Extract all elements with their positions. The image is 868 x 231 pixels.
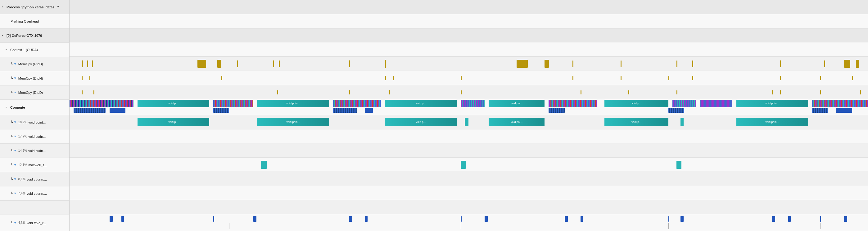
sidebar-row-cudnn8[interactable]: └ ▼ 8,1% void cudnn:... [0, 172, 69, 186]
fft-tick-4 [820, 223, 820, 229]
maxwell-bar-3 [677, 161, 681, 169]
filter-icon-dtod: ▼ [14, 91, 18, 94]
bar-htod-4 [197, 60, 206, 68]
sidebar-row-compute[interactable]: ▪ Compute [0, 100, 69, 115]
collapse-icon-geforce: ▪ [2, 34, 6, 37]
sidebar-row-geforce[interactable]: ▪ [0] GeForce GTX 1070 [0, 29, 69, 43]
htod-label: MemCpy (HtoD) [18, 62, 43, 66]
void14-label: void cudn... [28, 149, 45, 153]
void18-bar-5: void p... [604, 118, 669, 126]
filter-icon-void18: ▼ [14, 120, 18, 124]
tl-cudnn7 [69, 186, 868, 200]
sidebar-row-void14[interactable]: └ ▼ 14,6% void cudn... [0, 144, 69, 158]
bar-htod-4b [217, 60, 221, 68]
bar-dtod-11 [780, 90, 781, 94]
void18-bar-1: void p... [137, 118, 209, 126]
bar-htod-6 [273, 61, 274, 67]
void-poin-bar-1: void poin... [257, 100, 329, 107]
bar-dtoh-12 [820, 76, 821, 80]
cudnn8-label: void cudnn:... [27, 178, 47, 181]
tl-spacer [69, 200, 868, 214]
void17-label: void cudn... [28, 135, 45, 139]
bar-dtod-7 [581, 90, 582, 94]
filter-icon-cudnn7: ▼ [14, 192, 18, 195]
pct-cudnn7: 7,4% [18, 192, 26, 195]
collapse-icon-process: ▪ [2, 5, 6, 9]
tl-context [69, 42, 868, 57]
bar-dtod-4 [349, 90, 350, 94]
fft-bar-2 [121, 216, 124, 222]
fft-bar-3 [213, 216, 214, 222]
arrow-void18: └ [10, 120, 13, 124]
pct-void14: 14,6% [18, 149, 27, 152]
compute-sub-2 [110, 108, 125, 113]
fft-bar-11 [669, 216, 669, 222]
void18-bar-3: void p... [385, 118, 457, 126]
sidebar-row-cudnn7[interactable]: └ ▼ 7,4% void cudnn:... [0, 186, 69, 201]
compute-mixed-2 [213, 100, 253, 107]
fft-bar-15 [820, 216, 821, 222]
bar-htod-13 [677, 61, 677, 67]
bar-dtod-6 [461, 90, 462, 94]
cudnn7-label: void cudnn:... [27, 192, 47, 195]
geforce-label: [0] GeForce GTX 1070 [6, 34, 42, 37]
fft-bar-12 [681, 216, 684, 222]
void-p-bar-1: void p... [137, 100, 209, 107]
sidebar-row-htod[interactable]: └ ▼ MemCpy (HtoD) [0, 57, 69, 71]
tl-void17 [69, 129, 868, 144]
fft-bar-6 [365, 216, 368, 222]
filter-icon-cudnn8: ▼ [14, 178, 18, 181]
bar-htod-8 [349, 61, 350, 67]
sidebar-row-void18[interactable]: └ ▼ 18,2% void point... [0, 115, 69, 129]
fft-bar-13 [772, 216, 775, 222]
context-label: Context 1 (CUDA) [10, 48, 38, 52]
tl-maxwell12 [69, 158, 868, 172]
void-poin-bar-2: void poin... [736, 100, 808, 107]
sidebar-row-dtod[interactable]: └ ▼ MemCpy (DtoD) [0, 85, 69, 100]
sidebar-row-fft4[interactable]: └ ▼ 4,3% void fft2d_r... [0, 215, 69, 231]
void18-teal-2 [681, 118, 684, 126]
bar-dtod-2 [93, 90, 94, 94]
void-p-bar-3: void p... [604, 100, 669, 107]
pct-cudnn8: 8,1% [18, 178, 26, 181]
sidebar-row-profiling[interactable]: Profiling Overhead [0, 14, 69, 29]
compute-mixed-7 [700, 100, 732, 107]
fft-bar-16 [844, 216, 847, 222]
sidebar-row-dtoh[interactable]: └ ▼ MemCpy (DtoH) [0, 71, 69, 85]
fft-tick-3 [669, 223, 669, 229]
bar-htod-17 [856, 60, 859, 68]
void18-bar-4: void poi... [489, 118, 545, 126]
arrow-dtod: └ [10, 91, 13, 94]
tl-fft4 [69, 214, 868, 231]
pct-void18: 18,2% [18, 120, 27, 124]
sidebar-row-maxwell12[interactable]: └ ▼ 12,1% maxwell_s... [0, 158, 69, 172]
bar-dtod-8 [628, 90, 629, 94]
fft4-label: void fft2d_r... [27, 221, 46, 225]
void18-bar-6: void poin... [736, 118, 808, 126]
compute-mixed-5 [549, 100, 596, 107]
fft-bar-10 [581, 216, 583, 222]
sidebar-row-process[interactable]: ▪ Process "python keras_datas..." [0, 0, 69, 14]
pct-fft4: 4,3% [18, 221, 26, 225]
dtod-label: MemCpy (DtoD) [18, 91, 43, 94]
arrow-void17: └ [10, 135, 13, 139]
bar-dtod-13 [860, 90, 861, 94]
bar-dtod-3 [277, 90, 278, 94]
sidebar-row-void17[interactable]: └ ▼ 17,7% void cudn... [0, 129, 69, 144]
arrow-cudnn7: └ [10, 192, 13, 195]
bar-htod-7 [279, 61, 280, 67]
bar-htod-14 [780, 61, 781, 67]
filter-icon-fft4: ▼ [14, 221, 18, 225]
arrow-maxwell12: └ [10, 163, 13, 167]
compute-sub-3 [213, 108, 229, 113]
compute-sub-4 [333, 108, 357, 113]
collapse-icon-compute: ▪ [6, 106, 9, 109]
maxwell-bar-2 [461, 161, 466, 169]
filter-icon-void14: ▼ [14, 149, 18, 153]
arrow-cudnn8: └ [10, 178, 13, 181]
profiling-label: Profiling Overhead [10, 20, 39, 23]
sidebar-row-context[interactable]: ▪ Context 1 (CUDA) [0, 43, 69, 57]
fft-bar-1 [110, 216, 113, 222]
void18-label: void point... [28, 120, 45, 124]
fft-bar-14 [788, 216, 791, 222]
